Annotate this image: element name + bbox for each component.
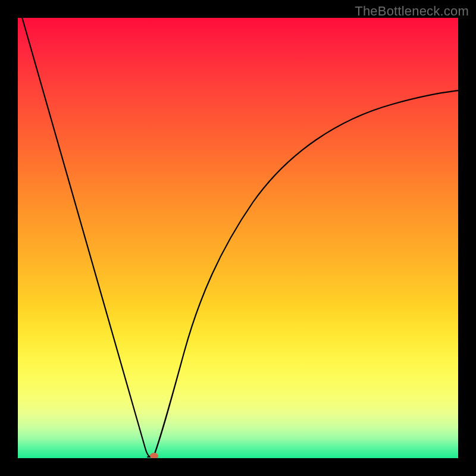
minimum-marker: [150, 453, 158, 458]
chart-frame: TheBottleneck.com: [0, 0, 476, 476]
curve-left-limb: [20, 18, 151, 457]
curve-right-limb: [154, 90, 458, 457]
plot-area: [18, 18, 458, 458]
curve-svg: [18, 18, 458, 458]
watermark-text: TheBottleneck.com: [355, 4, 469, 19]
